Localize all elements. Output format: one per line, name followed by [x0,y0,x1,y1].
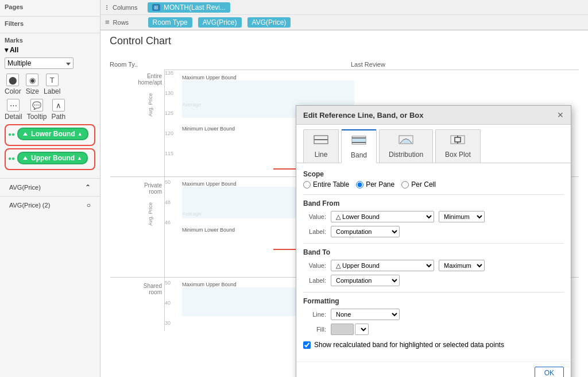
scope-section: Scope Entire Table Per Pane Per Ce [303,170,564,188]
band-from-agg-select[interactable]: Minimum [439,211,485,222]
avg-price-section1: AVG(Price) ⌃ [0,178,100,196]
tab-distribution[interactable]: Distribution [379,129,433,163]
path-icon: ∧ [52,99,65,111]
filters-title: Filters [5,20,95,27]
fill-row: Fill: ▾ [303,324,564,335]
marks-tooltip-btn[interactable]: 💬 Tooltip [27,99,47,121]
main-content: ⫶ Columns ⊞ MONTH(Last Revi... ≡ Rows Ro… [100,0,588,377]
label-label: Label [44,87,60,95]
marks-detail-btn[interactable]: ⋯ Detail [5,99,22,121]
rows-pill-2[interactable]: AVG(Price) [198,17,242,28]
scope-entire-table[interactable]: Entire Table [303,180,349,188]
band-to-value-label: Value: [303,262,326,269]
avg-price-row1[interactable]: AVG(Price) ⌃ [5,181,95,194]
fill-color-select[interactable]: ▾ [355,324,369,335]
line-row: Line: None [303,309,564,320]
avg-price-row2[interactable]: AVG(Price) (2) ○ [5,199,95,211]
scope-entire-label: Entire Table [313,180,349,188]
upper-bound-label: Upper Bound [31,154,75,162]
rows-pill-2-text: AVG(Price) [203,18,237,26]
marks-icons-row: ⬤ Color ◉ Size T Label [5,74,95,95]
scope-per-pane[interactable]: Per Pane [356,180,394,188]
band-tab-icon [351,134,367,149]
lower-bound-tag[interactable]: Lower Bound ▲ [17,128,88,140]
formatting-title: Formatting [303,297,564,305]
columns-name: Columns [113,4,144,11]
line-style-select[interactable]: None [331,309,400,320]
scope-cell-radio[interactable] [401,181,409,188]
band-from-value-row: Value: △ Lower Bound Minimum [303,211,564,222]
color-label: Color [5,87,21,95]
filters-section: Filters [0,17,100,33]
svg-rect-6 [352,138,366,143]
band-from-value-label: Value: [303,213,326,220]
dialog-header: Edit Reference Line, Band, or Box ✕ [296,106,571,125]
rows-pill-3[interactable]: AVG(Price) [247,17,291,28]
marks-size-btn[interactable]: ◉ Size [26,74,39,95]
band-from-label-select[interactable]: Computation [331,226,400,237]
scope-per-cell[interactable]: Per Cell [401,180,436,188]
lower-bound-label: Lower Bound [31,130,75,138]
upper-bound-tag[interactable]: Upper Bound ▲ [17,152,88,164]
band-from-value-select[interactable]: △ Lower Bound [331,211,434,222]
boxplot-tab-icon [450,133,466,149]
marks-path-btn[interactable]: ∧ Path [51,99,65,121]
line-tab-icon [313,133,329,149]
rows-pill-3-text: AVG(Price) [252,18,287,26]
scope-pane-radio[interactable] [356,181,363,188]
tab-boxplot[interactable]: Box Plot [435,129,481,163]
tooltip-icon: 💬 [30,99,43,111]
svg-rect-11 [455,137,461,142]
left-panel: Pages Filters Marks ▾ All Multiple ⬤ Col… [0,0,100,377]
distribution-tab-icon [398,133,414,149]
band-to-label-select[interactable]: Computation [331,275,400,286]
scope-label: Scope [303,170,324,178]
scope-options: Entire Table Per Pane Per Cell [303,180,564,188]
columns-pill-text: MONTH(Last Revi... [164,3,226,11]
marks-title: Marks [5,37,95,44]
rows-name: Rows [113,19,145,26]
chart-area: Control Chart Room Ty.. Last Review Enti… [100,30,588,377]
tab-boxplot-label: Box Plot [445,151,471,159]
tab-band[interactable]: Band [341,129,377,163]
avg-price-yaxis-1: Avg. Price [148,93,153,117]
room-type-col-header: Room Ty.. [110,61,138,68]
min-lower-bound-2: Minimum Lower Bound [182,227,235,233]
band-to-agg-select[interactable]: Maximum [439,260,485,271]
rows-shelf: ≡ Rows Room Type AVG(Price) AVG(Price) [100,15,588,30]
tooltip-label: Tooltip [27,113,47,121]
marks-type-dropdown[interactable]: Multiple [5,57,74,69]
band-from-label-row: Label: Computation [303,226,564,237]
scope-entire-radio[interactable] [303,181,311,188]
rows-icon: ≡ [105,18,110,26]
avg-price-section2: AVG(Price) (2) ○ [0,196,100,214]
path-label: Path [51,113,65,121]
marks-label-btn[interactable]: T Label [44,74,60,95]
band-to-title: Band To [303,248,564,256]
avg-price-label1: AVG(Price) [9,184,41,191]
band-to-value-select[interactable]: △ Upper Bound [331,260,434,271]
tab-line[interactable]: Line [303,129,339,163]
dialog-close-button[interactable]: ✕ [557,110,564,120]
max-upper-bound-2: Maximum Upper Bound [182,181,237,187]
marks-color-btn[interactable]: ⬤ Color [5,74,21,95]
pages-section: Pages [0,0,100,17]
band-from-section: Band From Value: △ Lower Bound Minimum L… [303,199,564,237]
max-upper-bound-1: Maximum Upper Bound [182,75,237,80]
recalculate-checkbox[interactable] [303,341,311,349]
ok-button[interactable]: OK [535,367,564,377]
rows-pill-1[interactable]: Room Type [148,17,192,28]
detail-icon: ⋯ [7,99,20,111]
band-to-label-label: Label: [303,277,326,284]
marks-all-label[interactable]: ▾ All [5,46,95,54]
avg-chevron1: ⌃ [85,183,91,191]
columns-icon: ⫶ [105,3,109,11]
columns-pill[interactable]: ⊞ MONTH(Last Revi... [148,2,230,13]
fill-color-box[interactable] [331,324,354,335]
dialog-tabs: Line Band Distribution [296,125,571,163]
last-review-col-header: Last Review [351,61,385,68]
marks-row2: ⋯ Detail 💬 Tooltip ∧ Path [5,99,95,121]
color-icon: ⬤ [6,74,19,86]
band-to-section: Band To Value: △ Upper Bound Maximum Lab… [303,248,564,286]
scope-cell-label: Per Cell [411,180,436,188]
